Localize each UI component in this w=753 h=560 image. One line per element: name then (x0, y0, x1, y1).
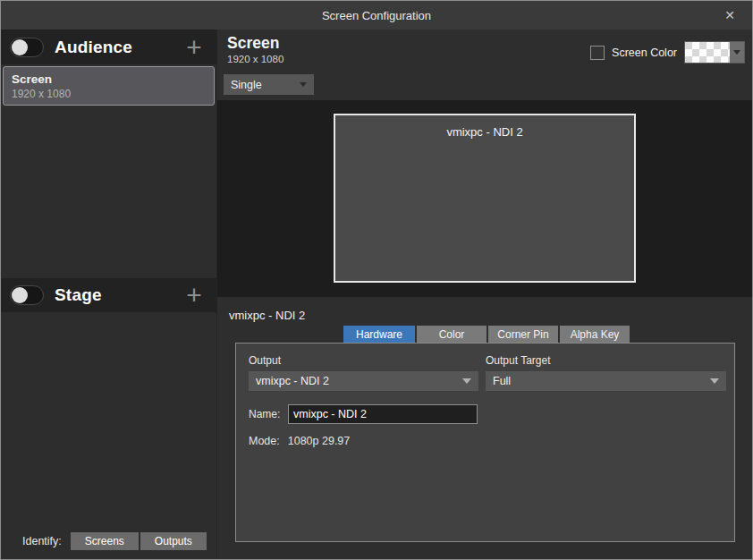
chevron-down-icon (300, 82, 307, 87)
chevron-down-icon (733, 50, 740, 55)
layout-mode-value: Single (231, 79, 262, 91)
tab-hardware[interactable]: Hardware (343, 326, 415, 344)
title-bar: Screen Configuration ✕ (1, 1, 752, 30)
identify-label: Identify: (22, 535, 62, 547)
add-stage-screen-icon[interactable]: + (181, 284, 207, 307)
audience-section-header: Audience + (1, 30, 216, 64)
output-dropdown[interactable]: vmixpc - NDI 2 (249, 371, 478, 391)
panel-title: vmixpc - NDI 2 (229, 309, 305, 322)
add-audience-screen-icon[interactable]: + (181, 36, 207, 59)
identify-screens-button[interactable]: Screens (71, 532, 139, 550)
layout-mode-dropdown[interactable]: Single (224, 74, 314, 95)
output-value: vmixpc - NDI 2 (256, 375, 329, 387)
screen-configuration-window: Screen Configuration ✕ Audience + Screen… (0, 0, 753, 560)
mode-row: Mode: 1080p 29.97 (249, 435, 350, 447)
name-input[interactable] (288, 404, 478, 424)
output-label: Output (249, 354, 281, 367)
output-target-label: Output Target (486, 354, 551, 367)
audience-label: Audience (55, 38, 132, 57)
screen-color-group: Screen Color (590, 41, 745, 64)
chevron-down-icon (462, 378, 471, 384)
output-preview-box[interactable]: vmixpc - NDI 2 (334, 114, 636, 283)
preview-output-label: vmixpc - NDI 2 (335, 125, 634, 139)
mode-value: 1080p 29.97 (288, 435, 351, 447)
chevron-down-icon (710, 378, 719, 384)
screen-item-title: Screen (12, 72, 206, 86)
main-area: Screen 1920 x 1080 Screen Color Single (217, 30, 752, 559)
screen-preview-area: vmixpc - NDI 2 (217, 100, 752, 297)
settings-tabs: Hardware Color Corner Pin Alpha Key (343, 326, 630, 344)
screen-header: Screen 1920 x 1080 Screen Color (217, 30, 752, 71)
layout-row: Single (217, 71, 752, 100)
stage-screen-list (1, 312, 216, 529)
audience-screen-list: Screen 1920 x 1080 (1, 64, 216, 278)
screen-color-checkbox[interactable] (590, 46, 605, 60)
toggle-knob (12, 39, 28, 55)
transparency-swatch (685, 42, 730, 63)
tab-corner-pin[interactable]: Corner Pin (488, 326, 558, 344)
stage-label: Stage (55, 285, 102, 305)
mode-label: Mode: (249, 435, 280, 447)
tab-alpha-key[interactable]: Alpha Key (560, 326, 630, 344)
output-target-dropdown[interactable]: Full (486, 371, 726, 391)
screen-item-resolution: 1920 x 1080 (12, 88, 206, 100)
stage-section-header: Stage + (1, 278, 216, 312)
toggle-knob (12, 287, 28, 303)
name-label: Name: (249, 408, 280, 420)
screen-color-label: Screen Color (612, 47, 677, 59)
output-settings-panel: vmixpc - NDI 2 Hardware Color Corner Pin… (217, 297, 752, 559)
sidebar: Audience + Screen 1920 x 1080 Stage + Id… (1, 30, 217, 559)
stage-toggle[interactable] (10, 285, 44, 305)
identify-row: Identify: Screens Outputs (1, 529, 216, 559)
screen-list-item[interactable]: Screen 1920 x 1080 (3, 66, 215, 106)
screen-color-dropdown[interactable] (684, 41, 745, 64)
identify-outputs-button[interactable]: Outputs (140, 532, 207, 550)
window-title: Screen Configuration (322, 9, 431, 22)
tab-color[interactable]: Color (417, 326, 486, 344)
close-icon[interactable]: ✕ (715, 1, 745, 30)
hardware-tab-content: Output vmixpc - NDI 2 Output Target Full… (235, 343, 735, 542)
audience-toggle[interactable] (10, 38, 44, 57)
output-target-value: Full (493, 375, 511, 387)
dropdown-arrow-zone (730, 42, 744, 63)
